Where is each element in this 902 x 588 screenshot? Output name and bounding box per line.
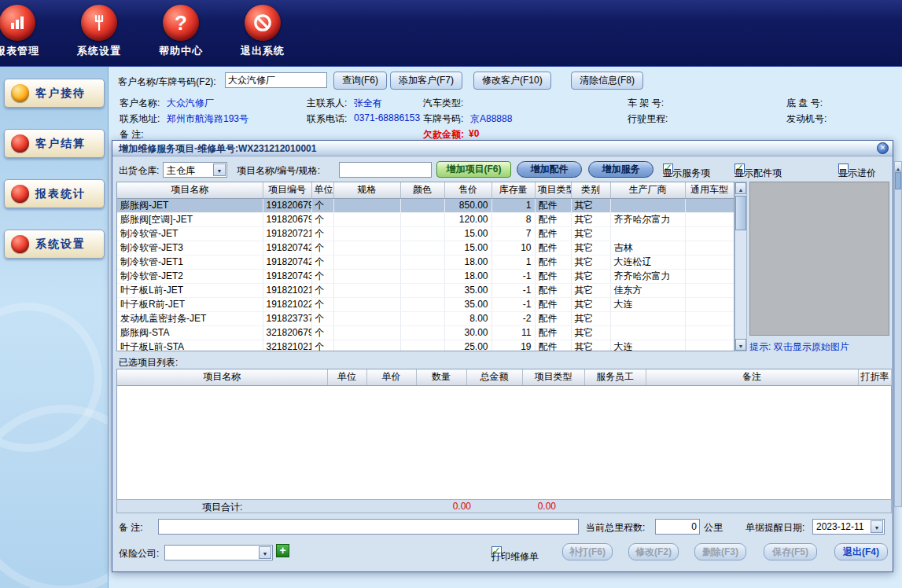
table-cell[interactable]: 配件	[535, 241, 571, 255]
query-button[interactable]: 查询(F6)	[333, 72, 387, 90]
table-cell[interactable]: 其它	[571, 255, 610, 269]
table-cell[interactable]: 个	[311, 269, 333, 283]
table-cell[interactable]: 配件	[535, 255, 571, 269]
table-cell[interactable]	[685, 311, 734, 325]
window-scrollbar[interactable]	[894, 161, 902, 507]
column-header[interactable]: 通用车型	[685, 182, 734, 198]
table-cell[interactable]	[685, 226, 734, 241]
clear-info-button[interactable]: 清除信息(F8)	[571, 72, 643, 90]
column-header[interactable]: 打折率	[858, 369, 891, 385]
table-cell[interactable]: 大连	[610, 340, 685, 351]
table-cell[interactable]: 8	[491, 212, 535, 226]
table-cell[interactable]: 其它	[571, 241, 610, 255]
table-cell[interactable]: 配件	[535, 198, 571, 212]
table-cell[interactable]: 10	[491, 241, 535, 255]
column-header[interactable]: 单位	[311, 182, 333, 198]
table-cell[interactable]: 191820721	[263, 226, 311, 241]
customer-search-input[interactable]	[225, 72, 327, 88]
table-cell[interactable]: 25.00	[444, 340, 491, 351]
table-cell[interactable]	[685, 269, 734, 283]
table-cell[interactable]: 其它	[571, 311, 610, 325]
item-search-input[interactable]	[339, 162, 432, 178]
table-cell[interactable]: -1	[491, 297, 535, 311]
toolbar-item-help[interactable]: ? 帮助中心	[148, 5, 214, 58]
table-cell[interactable]: 配件	[535, 212, 571, 226]
column-header[interactable]: 项目类型	[535, 182, 571, 198]
table-cell[interactable]	[400, 226, 444, 241]
table-cell[interactable]: 配件	[535, 325, 571, 340]
table-cell[interactable]: 321821021N	[263, 340, 311, 351]
table-cell[interactable]: 191821022E	[263, 297, 311, 311]
table-cell[interactable]: 大连松辽	[610, 255, 685, 269]
sidebar-item-customer-reception[interactable]: 客户接待	[4, 79, 105, 108]
table-cell[interactable]: -1	[491, 283, 535, 297]
table-cell[interactable]: 膨胀阀-JET	[117, 198, 263, 212]
insurance-select[interactable]	[164, 545, 273, 560]
table-cell[interactable]: 配件	[535, 297, 571, 311]
table-cell[interactable]	[400, 198, 444, 212]
table-cell[interactable]: 个	[311, 297, 333, 311]
table-cell[interactable]: 膨胀阀[空调]-JET	[117, 212, 263, 226]
table-cell[interactable]: 配件	[535, 340, 571, 351]
table-cell[interactable]: 大连	[610, 297, 685, 311]
table-cell[interactable]	[610, 198, 685, 212]
table-cell[interactable]: 321820679B	[263, 325, 311, 340]
table-cell[interactable]: 120.00	[444, 212, 491, 226]
column-header[interactable]: 单价	[366, 369, 416, 385]
table-cell[interactable]: 191820743K	[263, 269, 311, 283]
table-cell[interactable]	[400, 283, 444, 297]
warehouse-select[interactable]: 主仓库	[163, 162, 227, 178]
reprint-button[interactable]: 补打(F6)	[562, 543, 613, 560]
table-cell[interactable]	[333, 198, 400, 212]
table-cell[interactable]: 19	[491, 340, 535, 351]
table-cell[interactable]: 个	[311, 226, 333, 241]
modify-button[interactable]: 修改(F2)	[628, 543, 679, 560]
parts-table-scrollbar[interactable]	[734, 182, 747, 351]
table-cell[interactable]: 15.00	[444, 226, 491, 241]
column-header[interactable]: 数量	[416, 369, 466, 385]
save-button[interactable]: 保存(F5)	[764, 543, 817, 560]
add-insurance-icon[interactable]	[276, 544, 289, 557]
close-icon[interactable]	[877, 142, 889, 154]
table-cell[interactable]: 191823737A	[263, 311, 311, 325]
table-cell[interactable]	[333, 212, 400, 226]
table-cell[interactable]	[400, 241, 444, 255]
table-cell[interactable]: 个	[311, 241, 333, 255]
table-cell[interactable]	[685, 283, 734, 297]
table-cell[interactable]: 850.00	[444, 198, 491, 212]
table-cell[interactable]: 191821021E	[263, 283, 311, 297]
add-service-button[interactable]: 增加服务	[588, 161, 653, 178]
exit-button[interactable]: 退出(F4)	[834, 543, 888, 560]
toolbar-item-reports[interactable]: 报表管理	[0, 5, 50, 58]
table-row[interactable]: 膨胀阀-STA321820679B个30.0011配件其它	[117, 325, 734, 340]
column-header[interactable]: 生产厂商	[610, 182, 685, 198]
table-row[interactable]: 发动机盖密封条-JET191823737A个8.00-2配件其它	[117, 311, 734, 325]
show-cost-checkbox[interactable]: 显示进价	[838, 164, 849, 174]
table-row[interactable]: 制冷软管-JET3191820742C个15.0010配件其它吉林	[117, 241, 734, 255]
table-cell[interactable]: 制冷软管-JET	[117, 226, 263, 241]
table-row[interactable]: 叶子板L前-STA321821021N个25.0019配件其它大连	[117, 340, 734, 351]
table-cell[interactable]: 8.00	[444, 311, 491, 325]
table-cell[interactable]	[333, 340, 400, 351]
table-cell[interactable]: 个	[311, 340, 333, 351]
table-cell[interactable]: 配件	[535, 283, 571, 297]
table-cell[interactable]	[685, 325, 734, 340]
remind-date-select[interactable]: 2023-12-11	[812, 519, 885, 535]
table-cell[interactable]	[333, 241, 400, 255]
table-cell[interactable]: -2	[491, 311, 535, 325]
toolbar-item-settings[interactable]: 系统设置	[66, 5, 132, 58]
table-cell[interactable]: 佳东方	[610, 283, 685, 297]
column-header[interactable]: 规格	[333, 182, 400, 198]
scroll-down-icon[interactable]	[735, 339, 746, 351]
column-header[interactable]: 项目编号	[263, 182, 311, 198]
table-cell[interactable]: 叶子板L前-STA	[117, 340, 263, 351]
table-cell[interactable]	[333, 283, 400, 297]
table-cell[interactable]: 个	[311, 311, 333, 325]
table-cell[interactable]	[685, 212, 734, 226]
table-cell[interactable]: 其它	[571, 297, 610, 311]
table-cell[interactable]	[333, 325, 400, 340]
table-cell[interactable]: 制冷软管-JET1	[117, 255, 263, 269]
table-cell[interactable]: 制冷软管-JET2	[117, 269, 263, 283]
table-cell[interactable]	[333, 269, 400, 283]
table-cell[interactable]: 其它	[571, 269, 610, 283]
